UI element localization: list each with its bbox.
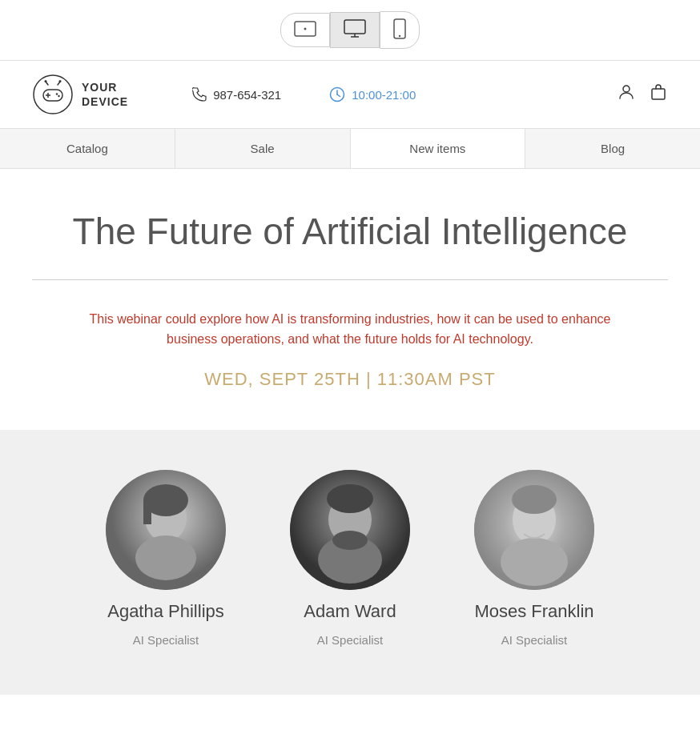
cart-button[interactable] [649,82,668,106]
speaker-role-agatha: AI Specialist [133,633,199,647]
main-nav: Catalog Sale New items Blog [0,129,700,169]
clock-icon [329,86,345,102]
event-date: WED, SEPT 25TH | 11:30AM PST [32,369,668,390]
bag-icon [649,82,668,102]
phone-number: 987-654-321 [213,88,281,102]
nav-new-items[interactable]: New items [351,129,526,168]
avatar-agatha [106,470,226,590]
header-actions [617,82,668,106]
tablet-landscape-button[interactable] [280,13,330,47]
divider [32,279,668,280]
svg-point-32 [327,484,373,513]
phone-icon [192,87,207,102]
svg-point-6 [399,35,400,37]
logo-text: YOUR DEVICE [82,80,128,109]
avatar-image-adam [290,470,410,590]
nav-sale[interactable]: Sale [175,129,351,168]
speaker-name-adam: Adam Ward [304,601,396,622]
hero-description: This webinar could explore how AI is tra… [86,309,614,350]
nav-catalog[interactable]: Catalog [0,129,175,168]
speaker-card-adam: Adam Ward AI Specialist [290,470,410,647]
avatar-adam [290,470,410,590]
avatar-image-moses [474,470,594,590]
speaker-name-moses: Moses Franklin [474,601,593,622]
svg-rect-21 [652,89,665,99]
speaker-role-adam: AI Specialist [317,633,384,647]
svg-point-38 [512,485,557,514]
svg-point-16 [59,80,62,82]
avatar-moses [474,470,594,590]
speaker-card-agatha: Agatha Phillips AI Specialist [106,470,226,647]
speaker-name-agatha: Agatha Phillips [107,601,224,622]
hero-section: The Future of Artificial Intelligence Th… [0,169,700,390]
svg-rect-2 [344,20,365,34]
speakers-section: Agatha Phillips AI Specialist [0,430,700,695]
header: YOUR DEVICE 987-654-321 10:00-21:00 [0,61,700,129]
speaker-role-moses: AI Specialist [501,633,568,647]
hours-info: 10:00-21:00 [329,86,416,102]
account-button[interactable] [617,82,636,106]
svg-point-7 [34,75,72,114]
svg-point-20 [623,86,630,92]
page-title: The Future of Artificial Intelligence [32,209,668,255]
nav-blog[interactable]: Blog [525,129,700,168]
svg-point-11 [56,93,58,94]
svg-point-12 [58,95,59,97]
hours-text: 10:00-21:00 [352,88,416,102]
svg-line-19 [337,94,340,97]
desktop-button[interactable] [330,12,380,48]
svg-point-1 [304,28,307,30]
svg-rect-27 [143,500,151,524]
logo-icon [32,74,74,115]
device-bar [0,0,700,61]
speaker-card-moses: Moses Franklin AI Specialist [474,470,594,647]
svg-point-25 [135,535,196,580]
phone-info: 987-654-321 [192,87,281,102]
svg-point-37 [501,538,568,586]
phone-button[interactable] [380,11,420,49]
avatar-image-agatha [106,470,226,590]
person-icon [617,82,636,102]
svg-point-33 [332,531,368,550]
logo[interactable]: YOUR DEVICE [32,74,128,115]
svg-point-15 [45,80,47,82]
